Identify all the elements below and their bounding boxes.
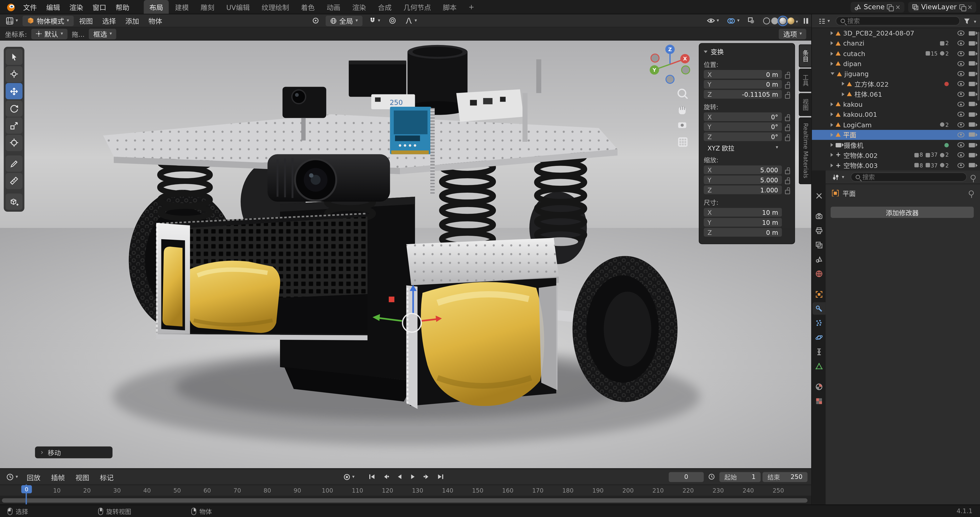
breadcrumb-object-name[interactable]: 平面 — [843, 188, 856, 198]
dimensions-x-field[interactable]: X10 m — [704, 208, 782, 217]
jump-to-start-button[interactable] — [366, 472, 377, 482]
prev-keyframe-button[interactable] — [380, 472, 391, 482]
preview-range-toggle[interactable] — [706, 472, 718, 481]
outliner-row[interactable]: kakou.001 — [812, 109, 980, 119]
scene-selector[interactable]: Scene × — [851, 2, 904, 12]
menu-render[interactable]: 渲染 — [65, 0, 88, 14]
menu-keying[interactable]: 插帧 — [47, 470, 69, 484]
expand-icon[interactable] — [831, 123, 833, 127]
render-visibility-icon[interactable] — [969, 31, 975, 35]
play-button[interactable] — [407, 472, 419, 482]
lock-icon[interactable] — [784, 187, 790, 193]
render-visibility-icon[interactable] — [969, 153, 975, 157]
sidebar-tab-tool[interactable]: 工具 — [799, 69, 811, 92]
location-y-field[interactable]: Y0 m — [704, 80, 782, 89]
workspace-tab-animation[interactable]: 动画 — [321, 0, 346, 14]
workspace-tab-uv[interactable]: UV编辑 — [221, 0, 255, 14]
expand-icon[interactable] — [831, 62, 833, 66]
expand-icon[interactable] — [831, 133, 833, 137]
menu-window[interactable]: 窗口 — [88, 0, 110, 14]
workspace-tab-rendering[interactable]: 渲染 — [347, 0, 372, 14]
outliner-row-selected[interactable]: 平面 — [812, 130, 980, 140]
workspace-tab-modeling[interactable]: 建模 — [169, 0, 194, 14]
outliner-row[interactable]: 立方体.022 — [812, 79, 980, 89]
show-gizmo-toggle[interactable] — [704, 16, 721, 25]
hide-eye-icon[interactable] — [958, 51, 964, 56]
workspace-tab-shading[interactable]: 着色 — [296, 0, 320, 14]
expand-icon[interactable] — [831, 143, 833, 147]
outliner-row[interactable]: dipan — [812, 59, 980, 69]
workspace-add-button[interactable]: + — [463, 0, 480, 14]
hide-eye-icon[interactable] — [958, 41, 964, 46]
workspace-tab-compositing[interactable]: 合成 — [372, 0, 397, 14]
tab-render[interactable] — [812, 210, 825, 222]
workspace-tab-scripting[interactable]: 脚本 — [437, 0, 462, 14]
outliner-scrollbar[interactable] — [977, 32, 979, 101]
jump-to-end-button[interactable] — [435, 472, 447, 482]
render-visibility-icon[interactable] — [969, 51, 975, 56]
outliner-row[interactable]: chanzi2 — [812, 38, 980, 48]
tab-object-data[interactable] — [812, 360, 825, 372]
menu-playback[interactable]: 回放 — [22, 470, 45, 484]
outliner-row[interactable]: 柱体.061 — [812, 89, 980, 99]
sidebar-tab-view[interactable]: 视图 — [799, 93, 811, 116]
workspace-tab-layout[interactable]: 布局 — [144, 0, 169, 14]
outliner-search-input[interactable] — [848, 17, 955, 24]
expand-icon[interactable] — [831, 153, 833, 157]
playhead-frame-badge[interactable]: 0 — [21, 485, 32, 493]
tab-particles[interactable] — [812, 317, 825, 329]
expand-icon[interactable] — [831, 102, 833, 106]
hide-eye-icon[interactable] — [958, 112, 964, 117]
menu-view-timeline[interactable]: 视图 — [71, 470, 94, 484]
hide-eye-icon[interactable] — [958, 31, 964, 35]
sidebar-tab-realtime-materials[interactable]: Realtime Materials — [799, 117, 811, 184]
add-modifier-button[interactable]: 添加修改器 — [831, 207, 974, 218]
render-visibility-icon[interactable] — [969, 102, 975, 106]
outliner-row[interactable]: kakou — [812, 99, 980, 109]
lock-icon[interactable] — [784, 81, 790, 88]
hide-eye-icon[interactable] — [958, 102, 964, 107]
lock-icon[interactable] — [784, 123, 790, 130]
viewport-canvas[interactable]: 250 — [0, 41, 811, 468]
operator-panel[interactable]: 移动 — [35, 447, 113, 458]
outliner-row[interactable]: cutach152 — [812, 48, 980, 59]
preset-selector[interactable]: 默认 — [32, 28, 67, 39]
pin-icon[interactable] — [971, 174, 975, 179]
tab-world[interactable] — [812, 267, 825, 280]
workspace-tab-geonodes[interactable]: 几何节点 — [398, 0, 437, 14]
tab-modifiers[interactable] — [812, 302, 825, 315]
render-visibility-icon[interactable] — [969, 132, 975, 137]
proportional-edit-toggle[interactable] — [387, 16, 399, 26]
tool-options-dropdown[interactable]: 选项 — [779, 28, 806, 39]
expand-icon[interactable] — [842, 92, 845, 96]
filter-icon[interactable] — [963, 17, 971, 25]
cursor-tool[interactable] — [6, 66, 23, 82]
play-reverse-button[interactable] — [393, 472, 405, 482]
hide-eye-icon[interactable] — [958, 81, 964, 86]
expand-icon[interactable] — [831, 41, 833, 45]
timeline-track-area[interactable] — [0, 496, 811, 504]
shading-options-dropdown[interactable] — [796, 16, 798, 25]
render-visibility-icon[interactable] — [969, 163, 975, 167]
current-frame-field[interactable]: 0 — [669, 472, 704, 482]
tab-output[interactable] — [812, 224, 825, 236]
proportional-falloff-selector[interactable] — [403, 16, 420, 26]
outliner-row[interactable]: 摄像机 — [812, 140, 980, 150]
lock-icon[interactable] — [784, 176, 790, 183]
expand-icon[interactable] — [842, 82, 845, 86]
expand-icon[interactable] — [831, 163, 833, 167]
annotate-tool[interactable] — [6, 155, 23, 171]
menu-file[interactable]: 文件 — [19, 0, 41, 14]
lock-icon[interactable] — [784, 91, 790, 98]
render-visibility-icon[interactable] — [969, 82, 975, 86]
timeline-ruler[interactable]: 1020304050607080901001101201301401501601… — [0, 485, 811, 496]
tab-scene[interactable] — [812, 253, 825, 265]
frame-end-field[interactable]: 结束250 — [762, 472, 808, 482]
menu-add[interactable]: 添加 — [121, 14, 143, 27]
hide-eye-icon[interactable] — [958, 92, 964, 97]
select-tool-selector[interactable]: 框选 — [89, 28, 116, 39]
frame-start-field[interactable]: 起始1 — [719, 472, 760, 482]
shading-solid-button[interactable] — [771, 17, 778, 24]
scale-z-field[interactable]: Z1.000 — [704, 186, 782, 194]
hide-eye-icon[interactable] — [958, 132, 964, 137]
